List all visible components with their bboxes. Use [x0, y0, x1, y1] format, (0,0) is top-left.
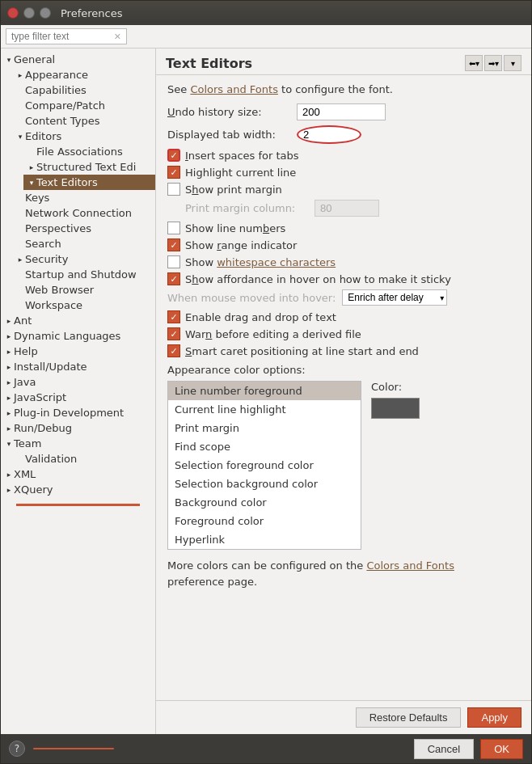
sidebar-item-javascript[interactable]: JavaScript — [1, 390, 155, 405]
color-list-item-line-number-fg[interactable]: Line number foreground — [168, 382, 361, 400]
color-list-item-selection-fg[interactable]: Selection foreground color — [168, 456, 361, 475]
sidebar-item-compare-patch[interactable]: Compare/Patch — [12, 98, 155, 113]
whitespace-link[interactable]: whitespace characters — [217, 256, 336, 268]
sidebar-item-label: File Associations — [36, 146, 123, 158]
color-list-item-selection-bg[interactable]: Selection background color — [168, 475, 361, 493]
sidebar-item-file-associations[interactable]: File Associations — [23, 144, 155, 159]
sidebar-item-label: Team — [14, 437, 41, 450]
panel-body: See Colors and Fonts to configure the fo… — [156, 75, 531, 700]
more-colors-link[interactable]: Colors and Fonts — [366, 559, 454, 572]
plugin-arrow-icon — [4, 408, 14, 418]
appearance-section-label: Appearance color options: — [167, 364, 520, 376]
color-list-item-find-scope[interactable]: Find scope — [168, 437, 361, 456]
sidebar-item-capabilities[interactable]: Capabilities — [12, 82, 155, 98]
preferences-window: Preferences ✕ General Appearance Capabi — [0, 0, 532, 764]
sidebar-item-perspectives[interactable]: Perspectives — [12, 221, 155, 236]
cancel-button[interactable]: Cancel — [414, 739, 474, 759]
window-title: Preferences — [61, 7, 122, 19]
sidebar-item-dynamic-languages[interactable]: Dynamic Languages — [1, 328, 155, 344]
undo-history-input[interactable] — [297, 103, 386, 120]
restore-defaults-button[interactable]: Restore Defaults — [356, 707, 462, 728]
sidebar-item-xml[interactable]: XML — [1, 466, 155, 482]
nav-back-button[interactable]: ⬅▾ — [465, 55, 483, 71]
color-swatch[interactable] — [371, 398, 420, 419]
help-button[interactable]: ? — [9, 741, 25, 757]
enable-drag-drop-label: Enable drag and drop of text — [185, 311, 336, 323]
sidebar-item-install-update[interactable]: Install/Update — [1, 359, 155, 374]
close-button[interactable] — [7, 7, 19, 19]
color-list: Line number foreground Current line high… — [167, 381, 361, 550]
smart-caret-row: Smart caret positioning at line start an… — [167, 344, 520, 357]
sidebar-item-label: JavaScript — [14, 391, 66, 403]
sidebar-item-label: XQuery — [14, 483, 53, 496]
color-list-item-print-margin[interactable]: Print margin — [168, 419, 361, 437]
sidebar-item-validation[interactable]: Validation — [12, 451, 155, 466]
nav-menu-button[interactable]: ▾ — [504, 55, 521, 71]
sidebar-item-web-browser[interactable]: Web Browser — [12, 282, 155, 298]
apply-button[interactable]: Apply — [467, 707, 521, 728]
warn-derived-row: Warn before editing a derived file — [167, 327, 520, 340]
print-margin-column-row: Print margin column: — [185, 200, 520, 217]
smart-caret-checkbox[interactable] — [167, 344, 180, 357]
sidebar-item-network[interactable]: Network Connection — [12, 205, 155, 221]
sidebar-item-java[interactable]: Java — [1, 374, 155, 390]
color-list-item-foreground[interactable]: Foreground color — [168, 512, 361, 530]
enable-drag-drop-checkbox[interactable] — [167, 310, 180, 323]
hover-dropdown-row: When mouse moved into hover: Enrich afte… — [167, 289, 520, 306]
ok-button[interactable]: OK — [480, 739, 523, 759]
sidebar-item-appearance[interactable]: Appearance — [12, 67, 155, 82]
ant-arrow-icon — [4, 316, 14, 326]
color-list-container: Line number foreground Current line high… — [167, 381, 520, 550]
color-list-item-current-line[interactable]: Current line highlight — [168, 400, 361, 419]
nav-forward-button[interactable]: ➡▾ — [484, 55, 502, 71]
sidebar-item-content-types[interactable]: Content Types — [12, 113, 155, 129]
tab-width-input[interactable] — [297, 125, 361, 144]
sidebar-item-label: General — [14, 53, 55, 65]
show-affordance-checkbox[interactable] — [167, 272, 180, 285]
sidebar-item-xquery[interactable]: XQuery — [1, 482, 155, 497]
minimize-button[interactable] — [23, 7, 35, 19]
show-print-margin-checkbox[interactable] — [167, 183, 180, 196]
color-list-item-hyperlink[interactable]: Hyperlink — [168, 530, 361, 549]
color-list-item-background[interactable]: Background color — [168, 493, 361, 512]
warn-derived-checkbox[interactable] — [167, 327, 180, 340]
sidebar-item-general[interactable]: General — [1, 52, 155, 67]
show-range-indicator-checkbox[interactable] — [167, 238, 180, 251]
sidebar-item-keys[interactable]: Keys — [12, 190, 155, 205]
colors-fonts-link[interactable]: Colors and Fonts — [190, 83, 278, 95]
highlight-line-label: Highlight current line — [185, 167, 296, 179]
show-range-indicator-label: Show range indicator — [185, 239, 297, 251]
sidebar-item-label: Validation — [25, 453, 77, 465]
clear-filter-icon[interactable]: ✕ — [114, 32, 121, 42]
sidebar-item-run-debug[interactable]: Run/Debug — [1, 420, 155, 436]
sidebar-item-text-editors[interactable]: Text Editors — [23, 175, 155, 190]
hover-dropdown-wrapper[interactable]: Enrich after delay Never enrich Enrich i… — [342, 289, 447, 306]
sidebar-item-search[interactable]: Search — [12, 236, 155, 251]
sidebar-item-structured-text[interactable]: Structured Text Edi — [23, 159, 155, 175]
sidebar-item-security[interactable]: Security — [12, 251, 155, 267]
sidebar-item-label: Perspectives — [25, 222, 91, 234]
filter-text-input[interactable] — [11, 31, 108, 42]
bottom-bar-right: Cancel OK — [414, 739, 523, 759]
panel-header: Text Editors ⬅▾ ➡▾ ▾ — [156, 49, 531, 75]
filter-input-container[interactable]: ✕ — [6, 28, 127, 44]
show-line-numbers-checkbox[interactable] — [167, 222, 180, 234]
sidebar-item-workspace[interactable]: Workspace — [12, 298, 155, 313]
sidebar-item-label: XML — [14, 468, 36, 480]
undo-history-label: Undo history size: — [167, 106, 297, 118]
show-whitespace-checkbox[interactable] — [167, 255, 180, 268]
show-print-margin-row: Show print margin — [167, 183, 520, 196]
sidebar-item-startup[interactable]: Startup and Shutdow — [12, 267, 155, 282]
sidebar-item-team[interactable]: Team — [1, 436, 155, 451]
sidebar-item-ant[interactable]: Ant — [1, 313, 155, 328]
sidebar-item-label: Web Browser — [25, 284, 94, 296]
sidebar-item-plugin-development[interactable]: Plug-in Development — [1, 405, 155, 420]
sidebar-item-help[interactable]: Help — [1, 344, 155, 359]
insert-spaces-checkbox[interactable] — [167, 149, 180, 162]
highlight-line-checkbox[interactable] — [167, 166, 180, 179]
javascript-arrow-icon — [4, 393, 14, 403]
maximize-button[interactable] — [40, 7, 51, 19]
hover-dropdown[interactable]: Enrich after delay Never enrich Enrich i… — [342, 289, 447, 306]
sidebar-item-editors[interactable]: Editors — [12, 129, 155, 144]
show-range-indicator-row: Show range indicator — [167, 238, 520, 251]
